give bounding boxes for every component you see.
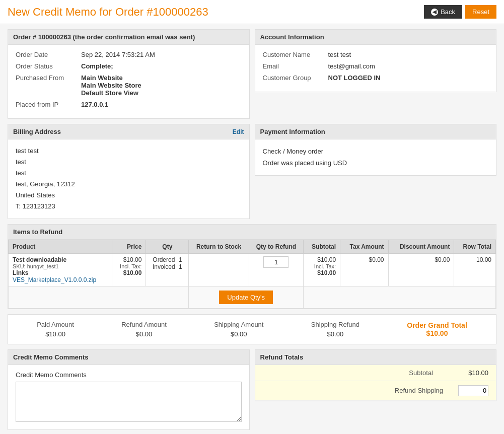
order-grand-total-label: Order Grand Total [407,321,467,329]
update-qty-button[interactable]: Update Qty's [219,291,273,304]
payment-info-body: Check / Money order Order was placed usi… [255,139,496,175]
placed-from-ip-label: Placed from IP [16,101,81,108]
discount-amount-cell: $0.00 [388,253,454,286]
payment-info-header: Payment Information [255,124,496,139]
refund-totals-box: Refund Totals Subtotal $10.00 Refund Shi… [255,349,497,401]
subtotal-incl-tax-value: $10.00 [308,269,336,276]
purchased-from-value: Main Website Main Website Store Default … [81,74,141,97]
page-header: New Credit Memo for Order #100000263 ◀ B… [0,0,504,24]
table-row: Test downloadable SKU: hungvt_test1 Link… [9,253,496,286]
top-two-col: Order # 100000263 (the order confirmatio… [8,29,496,119]
credit-memo-comments-header: Credit Memo Comments [8,350,249,365]
col-return-to-stock: Return to Stock [189,240,249,253]
qty-to-refund-input[interactable] [263,256,289,268]
tax-amount-cell: $0.00 [340,253,388,286]
reset-button[interactable]: Reset [465,5,496,19]
paid-amount-label: Paid Amount [37,321,74,328]
col-qty-to-refund: Qty to Refund [249,240,303,253]
order-info-body: Order Date Sep 22, 2014 7:53:21 AM Order… [8,45,249,118]
return-to-stock-cell [189,253,249,286]
account-info-col: Account Information Customer Name test t… [255,29,497,119]
refund-subtotal-row: Subtotal $10.00 [255,365,496,381]
items-table-header-row: Product Price Qty Return to Stock Qty to… [9,240,496,253]
refund-totals-col: Refund Totals Subtotal $10.00 Refund Shi… [255,349,497,430]
order-status-value: Complete; [81,62,113,70]
purchased-from-label: Purchased From [16,74,81,97]
refund-shipping-input[interactable] [458,385,488,396]
account-info-box: Account Information Customer Name test t… [255,29,497,92]
shipping-amount-item: Shipping Amount $0.00 [214,321,263,338]
customer-group-value: NOT LOGGED IN [328,74,381,82]
comments-textarea[interactable] [16,382,242,422]
purchased-from-row: Purchased From Main Website Main Website… [16,74,242,97]
placed-from-ip-row: Placed from IP 127.0.0.1 [16,101,242,108]
price-incl-tax-label: Incl. Tax: [116,263,142,269]
shipping-amount-label: Shipping Amount [214,321,263,328]
product-link-item: VES_Marketplace_V1.0.0.0.zip [13,276,108,283]
paid-amount-item: Paid Amount $10.00 [37,321,74,338]
credit-memo-comments-box: Credit Memo Comments Credit Memo Comment… [8,349,250,430]
items-table-wrapper: Product Price Qty Return to Stock Qty to… [8,240,496,309]
back-button[interactable]: ◀ Back [424,5,462,19]
billing-address-header: Billing Address Edit [8,124,249,139]
order-status-row: Order Status Complete; [16,62,242,70]
refund-totals-header: Refund Totals [255,350,496,365]
order-info-col: Order # 100000263 (the order confirmatio… [8,29,250,119]
order-info-header: Order # 100000263 (the order confirmatio… [8,30,249,45]
paid-amount-value: $10.00 [37,330,74,338]
refund-amount-label: Refund Amount [121,321,167,328]
subtotal-cell: $10.00 Incl. Tax: $10.00 [304,253,340,286]
placed-from-ip-value: 127.0.0.1 [81,101,108,108]
refund-amount-item: Refund Amount $0.00 [121,321,167,338]
email-value: test@gmail.com [328,62,375,70]
customer-name-value: test test [328,51,351,58]
update-qty-empty-right [304,286,496,308]
shipping-refund-item: Shipping Refund $0.00 [311,321,359,338]
qty-ordered: Ordered 1 [150,256,184,263]
payment-info-col: Payment Information Check / Money order … [255,124,497,219]
price-cell: $10.00 Incl. Tax: $10.00 [112,253,146,286]
payment-info-box: Payment Information Check / Money order … [255,124,497,176]
refund-shipping-row: Refund Shipping [255,381,496,401]
credit-memo-comments-body: Credit Memo Comments [8,365,249,429]
order-date-label: Order Date [16,51,81,58]
shipping-amount-value: $0.00 [214,330,263,338]
items-table: Product Price Qty Return to Stock Qty to… [8,240,496,309]
order-status-label: Order Status [16,62,81,70]
col-discount-amount: Discount Amount [388,240,454,253]
qty-invoiced: Invoiced 1 [150,263,184,270]
customer-name-label: Customer Name [263,51,328,58]
billing-address-col: Billing Address Edit test test test test… [8,124,250,219]
col-product: Product [9,240,112,253]
update-qty-button-cell: Update Qty's [189,286,304,308]
order-info-box: Order # 100000263 (the order confirmatio… [8,29,250,119]
subtotal-incl-tax-label: Incl. Tax: [308,263,336,269]
refund-subtotal-value: $10.00 [448,369,488,377]
payment-text: Check / Money order Order was placed usi… [263,146,489,169]
shipping-refund-label: Shipping Refund [311,321,359,328]
refund-subtotal-label: Subtotal [409,369,433,377]
customer-name-row: Customer Name test test [263,51,489,58]
bottom-two-col: Credit Memo Comments Credit Memo Comment… [8,349,496,430]
billing-address-body: test test test test test, Georgia, 12312… [8,139,249,219]
email-row: Email test@gmail.com [263,62,489,70]
product-cell: Test downloadable SKU: hungvt_test1 Link… [9,253,112,286]
billing-address-box: Billing Address Edit test test test test… [8,124,250,219]
main-content: Order # 100000263 (the order confirmatio… [0,24,504,434]
email-label: Email [263,62,328,70]
qty-to-refund-cell [249,253,303,286]
billing-address-text: test test test test test, Georgia, 12312… [16,146,242,212]
row-total-cell: 10.00 [454,253,496,286]
update-qty-empty-left [9,286,189,308]
billing-address-edit-link[interactable]: Edit [233,128,244,135]
refund-totals-body: Subtotal $10.00 Refund Shipping [255,365,496,401]
product-links-label: Links [13,269,108,276]
customer-group-label: Customer Group [263,74,328,82]
credit-memo-comments-col: Credit Memo Comments Credit Memo Comment… [8,349,250,430]
order-date-value: Sep 22, 2014 7:53:21 AM [81,51,155,58]
back-icon: ◀ [431,9,438,16]
col-tax-amount: Tax Amount [340,240,388,253]
product-name: Test downloadable [13,256,108,263]
col-price: Price [112,240,146,253]
customer-group-row: Customer Group NOT LOGGED IN [263,74,489,82]
